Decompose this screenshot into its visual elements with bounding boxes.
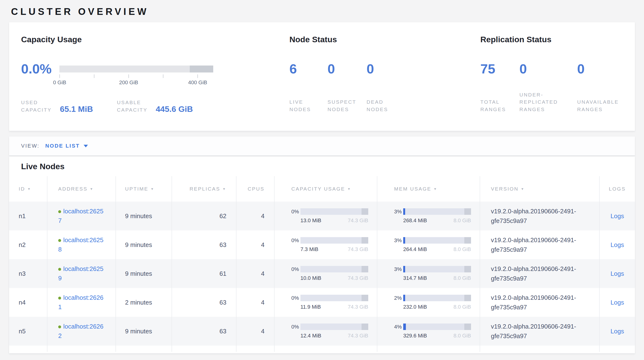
column-header-label: UPTIME (125, 186, 148, 192)
usage-meter: 3%264.4 MiB8.0 GiB (394, 237, 471, 253)
chevron-down-icon[interactable] (84, 145, 88, 147)
axis-tick (60, 74, 60, 78)
axis-tick-label: 200 GiB (119, 79, 138, 86)
mem-usage-cell: 4%329.6 MiB8.0 GiB (377, 317, 480, 345)
usage-reserved-segment (464, 266, 471, 272)
capacity-bar-reserved-segment (190, 66, 213, 73)
under-replicated-ranges-stat: 0 UNDER-REPLICATED RANGES (520, 62, 577, 113)
usage-meter-top: 3% (394, 237, 471, 244)
version-cell: v19.2.0-alpha.20190606-2491-gfe735c9a97 (480, 259, 600, 288)
column-header-version[interactable]: VERSION▼ (480, 176, 600, 202)
address-link[interactable]: localhost:26262 (58, 323, 104, 339)
logs-link[interactable]: Logs (610, 270, 624, 277)
usage-meter-top: 3% (394, 266, 471, 272)
usage-meter: 0%7.3 MiB74.3 GiB (291, 237, 368, 253)
usage-percent-label: 0% (291, 237, 300, 244)
axis-tick-label: 0 GiB (53, 79, 66, 86)
mem-usage-cell: 3%268.4 MiB8.0 GiB (377, 202, 480, 230)
cpus-cell: 4 (236, 317, 274, 345)
usage-fill (403, 323, 406, 330)
column-header-id[interactable]: ID▼ (9, 176, 47, 202)
view-bar: VIEW: NODE LIST (9, 136, 635, 156)
usage-percent-label: 2% (394, 295, 403, 301)
column-header-label: ADDRESS (58, 186, 88, 192)
column-header-label: LOGS (609, 186, 626, 192)
sort-icon: ▼ (347, 187, 351, 191)
dead-nodes-stat: 0 DEAD NODES (366, 62, 419, 113)
column-header-replicas[interactable]: REPLICAS▼ (172, 176, 236, 202)
version-cell: v19.2.0-alpha.20190606-2491-gfe735c9a97 (480, 288, 600, 317)
column-header-logs: LOGS (600, 176, 635, 202)
logs-link[interactable]: Logs (610, 241, 624, 248)
usage-used-value: 11.9 MiB (300, 304, 321, 310)
address-wrap: localhost:26261 (58, 293, 105, 312)
usage-used-value: 329.6 MiB (403, 333, 427, 339)
address-wrap: localhost:26258 (58, 235, 105, 254)
capacity-percent: 0.0% (21, 62, 52, 76)
capacity-usage-cell: 0%10.0 MiB74.3 GiB (274, 259, 377, 288)
node-id-cell: n4 (9, 288, 47, 317)
usage-meter: 3%268.4 MiB8.0 GiB (394, 208, 471, 224)
column-header-label: REPLICAS (190, 186, 220, 192)
sort-icon: ▼ (90, 187, 94, 191)
capacity-stats: USED CAPACITY 65.1 MiB USABLE CAPACITY 4… (21, 99, 193, 113)
address-link[interactable]: localhost:26261 (58, 294, 104, 311)
cpus-cell: 4 (236, 202, 274, 230)
table-row: n5localhost:262629 minutes6340%12.4 MiB7… (9, 317, 635, 345)
axis-tick (128, 74, 129, 78)
sort-icon: ▼ (27, 187, 32, 191)
column-header-uptime[interactable]: UPTIME▼ (116, 176, 172, 202)
column-header-mem[interactable]: MEM USAGE▼ (377, 176, 480, 202)
address-link[interactable]: localhost:26257 (58, 208, 104, 224)
table-row: n2localhost:262589 minutes6340%7.3 MiB74… (9, 230, 635, 259)
usage-values: 7.3 MiB74.3 GiB (300, 246, 368, 253)
live-status-dot-icon (58, 239, 61, 242)
sort-icon: ▼ (434, 187, 438, 191)
usable-capacity-label: USABLE CAPACITY (117, 99, 156, 113)
usage-fill (403, 237, 405, 244)
column-header-cpus: CPUS (236, 176, 274, 202)
usage-total-value: 8.0 GiB (454, 275, 471, 281)
uptime-cell: 9 minutes (116, 259, 172, 288)
address-cell: localhost:26257 (47, 202, 116, 230)
cpus-cell: 4 (236, 259, 274, 288)
usage-total-value: 74.3 GiB (348, 246, 368, 253)
uptime-cell: 9 minutes (116, 202, 172, 230)
usage-percent-label: 0% (291, 295, 300, 301)
usage-percent-label: 0% (291, 266, 300, 272)
logs-link[interactable]: Logs (610, 299, 624, 306)
column-header-label: CAPACITY USAGE (291, 186, 345, 192)
address-link[interactable]: localhost:26258 (58, 236, 104, 253)
partial-cell (480, 345, 600, 352)
stat-label: LIVE NODES (290, 98, 317, 113)
logs-link[interactable]: Logs (610, 328, 624, 335)
capacity-bar (300, 323, 368, 330)
usage-meter: 3%314.7 MiB8.0 GiB (394, 266, 471, 281)
usage-meter-top: 0% (291, 208, 368, 215)
address-link[interactable]: localhost:26259 (58, 265, 104, 282)
total-ranges-stat: 75 TOTAL RANGES (480, 62, 520, 113)
mem-usage-cell: 2%232.0 MiB8.0 GiB (377, 288, 480, 317)
address-wrap: localhost:26257 (58, 207, 105, 225)
usage-values: 11.9 MiB74.3 GiB (300, 304, 368, 310)
column-header-address[interactable]: ADDRESS▼ (47, 176, 116, 202)
live-status-dot-icon (58, 297, 61, 299)
usage-fill (403, 295, 405, 301)
usage-meter-top: 0% (291, 295, 368, 301)
node-list-dropdown[interactable]: NODE LIST (45, 143, 80, 149)
usage-reserved-segment (464, 208, 471, 215)
usage-reserved-segment (464, 323, 471, 330)
usage-values: 264.4 MiB8.0 GiB (403, 246, 471, 253)
usage-reserved-segment (362, 266, 368, 272)
logs-cell: Logs (600, 230, 635, 259)
usage-meter-top: 3% (394, 208, 471, 215)
logs-link[interactable]: Logs (610, 212, 624, 220)
table-row: n4localhost:262612 minutes6340%11.9 MiB7… (9, 288, 635, 317)
capacity-bar (300, 208, 368, 215)
column-header-capacity[interactable]: CAPACITY USAGE▼ (274, 176, 377, 202)
uptime-cell: 9 minutes (116, 230, 172, 259)
usage-fill (403, 208, 405, 215)
mem-bar (403, 295, 471, 301)
usage-total-value: 74.3 GiB (348, 304, 368, 310)
usage-used-value: 12.4 MiB (300, 333, 321, 339)
